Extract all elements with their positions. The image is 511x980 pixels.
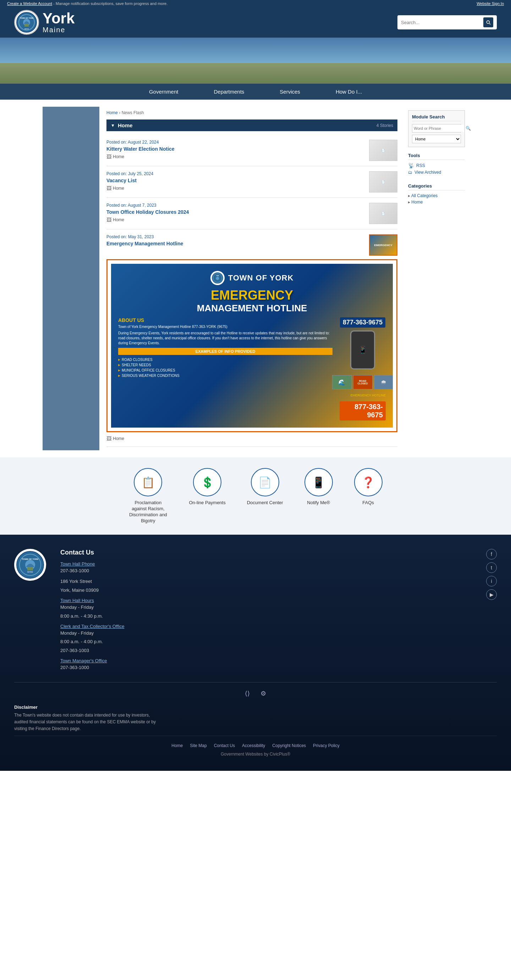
- logo-maine: Maine: [43, 26, 75, 34]
- news-title-3[interactable]: Town Office Holiday Closures 2024: [107, 209, 366, 215]
- nav-bar: Government Departments Services How Do I…: [0, 84, 511, 100]
- facebook-icon[interactable]: f: [486, 549, 497, 560]
- module-search-title: Module Search: [412, 114, 461, 121]
- footer-link-sitemap[interactable]: Site Map: [190, 743, 206, 748]
- emerg-heading: EMERGENCY: [211, 288, 293, 303]
- content-area: Home › News Flash ▼ Home 4 Stories Poste…: [99, 107, 404, 450]
- footer-link-home[interactable]: Home: [171, 743, 183, 748]
- footer-link-accessibility[interactable]: Accessibility: [242, 743, 265, 748]
- categories-section: Categories All Categories Home: [408, 181, 465, 207]
- emerg-pic-1: 🌊: [332, 375, 352, 389]
- footer-seal-icon: TOWN OF YORK MAINE: [16, 550, 44, 579]
- svg-point-9: [216, 277, 219, 280]
- footer-address-line1: 186 York Street: [60, 578, 497, 585]
- logo-link[interactable]: TOWN OF YORK MAINE York Maine: [14, 10, 75, 35]
- twitter-icon[interactable]: t: [486, 562, 497, 573]
- sign-in-link[interactable]: Website Sign In: [477, 2, 504, 6]
- cat-icon-1: 🖼: [107, 154, 112, 159]
- emerg-subheading: MANAGEMENT HOTLINE: [197, 303, 307, 314]
- disclaimer-section: Disclaimer The Town's website does not c…: [14, 701, 497, 736]
- footer-town-hall-hours-link[interactable]: Town Hall Hours: [60, 598, 497, 603]
- svg-text:MAINE: MAINE: [24, 28, 29, 30]
- footer-share-row: ⟨⟩ ⚙: [14, 690, 497, 697]
- breadcrumb-home[interactable]: Home: [107, 110, 118, 115]
- hero-banner: [0, 38, 511, 84]
- news-title-2[interactable]: Vacancy List: [107, 178, 366, 183]
- footer-clerk-link[interactable]: Clerk and Tax Collector's Office: [60, 624, 497, 629]
- settings-icon[interactable]: ⚙: [260, 690, 266, 697]
- search-input[interactable]: [401, 20, 483, 25]
- nav-item-government[interactable]: Government: [131, 84, 196, 100]
- search-button[interactable]: [483, 18, 493, 27]
- nav-item-services[interactable]: Services: [262, 84, 318, 100]
- footer-bottom-links: Home Site Map Contact Us Accessibility C…: [14, 736, 497, 748]
- category-item-all: All Categories: [408, 192, 465, 199]
- emerg-town-name: TOWN OF YORK: [228, 274, 294, 283]
- archive-icon: 🗂: [408, 170, 412, 175]
- footer-divider: [14, 682, 497, 682]
- footer-clerk-hours: 8:00 a.m. - 4:00 p.m.: [60, 638, 497, 646]
- nav-item-departments[interactable]: Departments: [196, 84, 262, 100]
- payments-icon: 💲: [193, 468, 222, 496]
- share-icon[interactable]: ⟨⟩: [245, 690, 250, 697]
- footer-address-line2: York, Maine 03909: [60, 587, 497, 594]
- footer-link-copyright[interactable]: Copyright Notices: [272, 743, 306, 748]
- categories-list: All Categories Home: [408, 192, 465, 205]
- module-search-input[interactable]: [412, 125, 464, 132]
- news-date-2: Posted on: July 25, 2024: [107, 171, 366, 176]
- quick-link-notify[interactable]: 📱 Notify Me®: [305, 468, 333, 524]
- rss-icon: 📡: [408, 163, 414, 169]
- example-item-3: MUNICIPAL OFFICE CLOSURES: [118, 368, 332, 373]
- instagram-icon[interactable]: i: [486, 576, 497, 586]
- quick-link-payments[interactable]: 💲 On-line Payments: [189, 468, 225, 524]
- news-date-3: Posted on: August 7, 2023: [107, 203, 366, 208]
- proclamation-label: Proclamation against Racism, Discriminat…: [128, 500, 168, 524]
- footer-clerk-days: Monday - Friday: [60, 630, 497, 637]
- news-cat-4: Home: [113, 436, 124, 441]
- news-flash-header: ▼ Home 4 Stories: [107, 119, 398, 131]
- search-icon: [485, 19, 491, 25]
- module-search-button[interactable]: 🔍: [464, 124, 472, 132]
- module-search-select[interactable]: Home: [412, 135, 461, 143]
- stories-count: 4 Stories: [377, 123, 393, 128]
- footer-hours-time: 8:00 a.m. - 4:30 p.m.: [60, 612, 497, 620]
- about-us-detail: During Emergency Events, York residents …: [118, 331, 332, 346]
- faqs-label: FAQs: [362, 500, 374, 506]
- news-thumb-2: 📄: [369, 171, 398, 192]
- breadcrumb: Home › News Flash: [107, 110, 398, 115]
- news-cat-1: Home: [113, 154, 124, 159]
- footer-manager-link[interactable]: Town Manager's Office: [60, 658, 497, 663]
- cat-icon-4: 🖼: [107, 436, 112, 441]
- news-item-4: Posted on: May 31, 2023 Emergency Manage…: [107, 229, 398, 447]
- category-link-all[interactable]: All Categories: [411, 193, 438, 198]
- news-title-1[interactable]: Kittery Water Election Notice: [107, 146, 366, 152]
- category-link-home[interactable]: Home: [411, 200, 423, 205]
- category-item-home: Home: [408, 199, 465, 205]
- quick-link-proclamation[interactable]: 📋 Proclamation against Racism, Discrimin…: [128, 468, 168, 524]
- tools-title: Tools: [408, 153, 465, 160]
- svg-rect-5: [24, 24, 29, 27]
- header: TOWN OF YORK MAINE York Maine: [0, 7, 511, 38]
- svg-text:YORK: YORK: [216, 275, 219, 277]
- emerg-big-phone: 877-363-9675: [340, 401, 386, 420]
- news-title-4[interactable]: Emergency Management Hotline: [107, 241, 366, 247]
- quick-link-documents[interactable]: 📄 Document Center: [247, 468, 283, 524]
- example-item-2: SHELTER NEEDS: [118, 362, 332, 368]
- nav-item-how-do-i[interactable]: How Do I...: [318, 84, 380, 100]
- module-search-box: Module Search 🔍 Home: [408, 110, 465, 147]
- footer-town-hall-phone-link[interactable]: Town Hall Phone: [60, 561, 497, 566]
- view-archived-label: View Archived: [415, 170, 441, 175]
- quick-link-faqs[interactable]: ❓ FAQs: [354, 468, 383, 524]
- disclaimer-text: The Town's website does not contain data…: [14, 712, 156, 732]
- logo-circle: TOWN OF YORK MAINE: [14, 10, 39, 35]
- footer-town-hall-phone: 207-363-1000: [60, 567, 497, 575]
- youtube-icon[interactable]: ▶: [486, 589, 497, 600]
- svg-rect-15: [27, 567, 33, 571]
- proclamation-icon: 📋: [134, 468, 162, 496]
- disclaimer-title: Disclaimer: [14, 705, 497, 710]
- rss-link[interactable]: 📡 RSS: [408, 162, 465, 169]
- footer-link-contact[interactable]: Contact Us: [214, 743, 235, 748]
- create-account-link[interactable]: Create a Website Account: [7, 2, 52, 6]
- footer-link-privacy[interactable]: Privacy Policy: [313, 743, 340, 748]
- view-archived-link[interactable]: 🗂 View Archived: [408, 169, 465, 175]
